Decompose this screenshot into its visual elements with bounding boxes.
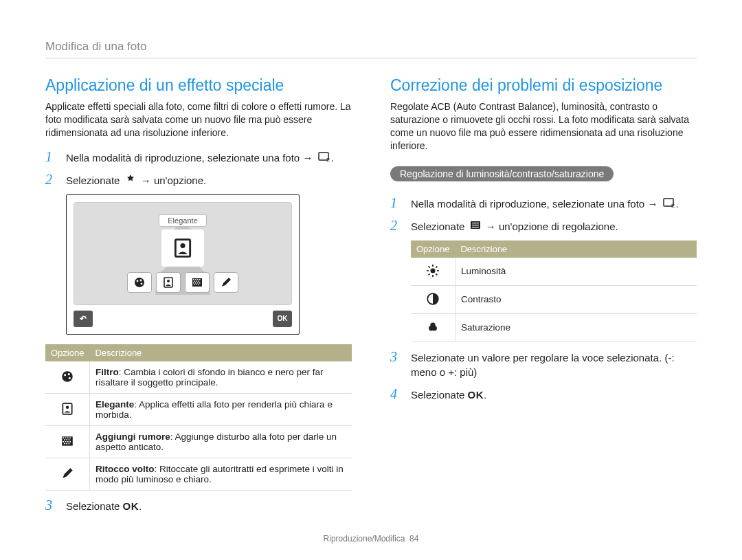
left-step1: Nella modalità di riproduzione, selezion… bbox=[66, 150, 352, 165]
noise-icon bbox=[60, 434, 75, 449]
camera-ui-mock: Elegante ↶ OK bbox=[66, 194, 300, 335]
footer-page: 84 bbox=[409, 534, 418, 544]
step-number: 3 bbox=[390, 349, 401, 365]
noise-icon bbox=[191, 276, 203, 289]
effect-palette-button[interactable] bbox=[127, 272, 152, 293]
ok-label: OK bbox=[123, 500, 139, 512]
step-number: 2 bbox=[45, 172, 56, 188]
table-row: Contrasto bbox=[411, 285, 697, 313]
brush-icon bbox=[60, 466, 75, 481]
col-option: Opzione bbox=[45, 344, 89, 361]
page-footer: Riproduzione/Modifica 84 bbox=[0, 534, 742, 544]
portrait-icon bbox=[162, 276, 175, 289]
right-column: Correzione dei problemi di esposizione R… bbox=[390, 76, 697, 520]
left-step3: Selezionate OK. bbox=[66, 499, 352, 513]
table-row: Ritocco volto: Ritoccate gli autoritratt… bbox=[45, 458, 352, 490]
row-title: Filtro bbox=[95, 367, 119, 377]
effect-preview bbox=[161, 229, 204, 267]
left-step3-text: Selezionate bbox=[66, 500, 123, 512]
step-number: 1 bbox=[45, 149, 56, 165]
effect-noise-button[interactable] bbox=[185, 272, 210, 293]
col-description: Descrizione bbox=[455, 240, 697, 258]
right-title: Correzione dei problemi di esposizione bbox=[390, 76, 697, 95]
left-column: Applicazione di un effetto speciale Appl… bbox=[45, 76, 352, 520]
palette-icon bbox=[133, 276, 146, 289]
row-label: Luminosità bbox=[455, 258, 697, 286]
right-step1-text: Nella modalità di riproduzione, selezion… bbox=[411, 198, 661, 210]
effect-portrait-button[interactable] bbox=[156, 272, 181, 293]
effect-brush-button[interactable] bbox=[214, 272, 238, 293]
left-title: Applicazione di un effetto speciale bbox=[45, 76, 352, 95]
col-option: Opzione bbox=[411, 240, 455, 258]
portrait-icon bbox=[60, 401, 75, 416]
left-step2-text-a: Selezionate bbox=[66, 175, 123, 186]
palette-icon bbox=[60, 369, 75, 384]
right-step2-text-b: → un'opzione di regolazione. bbox=[483, 221, 618, 232]
row-title: Elegante bbox=[95, 399, 134, 410]
row-label: Contrasto bbox=[455, 285, 697, 313]
left-step1-text: Nella modalità di riproduzione, selezion… bbox=[66, 152, 316, 164]
ok-button[interactable]: OK bbox=[273, 311, 292, 327]
left-step2: Selezionate → un'opzione. bbox=[66, 173, 352, 188]
right-intro: Regolate ACB (Auto Contrast Balance), lu… bbox=[390, 100, 697, 153]
step-number: 2 bbox=[390, 218, 401, 234]
col-description: Descrizione bbox=[89, 344, 352, 361]
adjust-table: Opzione Descrizione Luminosità Contrasto… bbox=[411, 240, 697, 342]
saturation-icon bbox=[425, 320, 440, 335]
row-title: Ritocco volto bbox=[95, 464, 155, 474]
right-step2-text-a: Selezionate bbox=[411, 221, 468, 232]
table-row: Aggiungi rumore: Aggiunge disturbo alla … bbox=[45, 425, 352, 458]
table-row: Elegante: Applica effetti alla foto per … bbox=[45, 393, 352, 425]
table-row: Luminosità bbox=[411, 258, 697, 286]
row-label: Saturazione bbox=[455, 313, 697, 341]
row-desc: : Cambia i colori di sfondo in bianco e … bbox=[95, 367, 324, 388]
right-step3: Selezionate un valore per regolare la vo… bbox=[411, 350, 697, 379]
contrast-icon bbox=[425, 291, 440, 306]
sliders-icon bbox=[469, 220, 482, 231]
step-number: 3 bbox=[45, 497, 56, 513]
page-header: Modifica di una foto bbox=[45, 40, 697, 58]
magic-star-icon bbox=[124, 174, 137, 185]
effects-table: Opzione Descrizione Filtro: Cambia i col… bbox=[45, 344, 352, 491]
table-row: Saturazione bbox=[411, 313, 697, 341]
table-row: Filtro: Cambia i colori di sfondo in bia… bbox=[45, 361, 352, 394]
back-button[interactable]: ↶ bbox=[74, 311, 93, 327]
right-step4-text: Selezionate bbox=[411, 389, 468, 401]
brush-icon bbox=[220, 276, 232, 289]
step-number: 1 bbox=[390, 195, 401, 211]
portrait-icon bbox=[172, 237, 194, 259]
edit-photo-icon bbox=[662, 197, 675, 208]
edit-photo-icon bbox=[317, 151, 330, 162]
right-step2: Selezionate → un'opzione di regolazione. bbox=[411, 219, 697, 234]
effect-label: Elegante bbox=[159, 214, 206, 227]
footer-section: Riproduzione/Modifica bbox=[324, 534, 405, 544]
ok-label: OK bbox=[468, 389, 484, 401]
step-number: 4 bbox=[390, 386, 401, 402]
left-step2-text-b: → un'opzione. bbox=[138, 175, 207, 186]
row-title: Aggiungi rumore bbox=[95, 432, 170, 442]
sun-icon bbox=[425, 263, 440, 278]
right-step1: Nella modalità di riproduzione, selezion… bbox=[411, 197, 697, 211]
right-step4: Selezionate OK. bbox=[411, 388, 697, 402]
left-intro: Applicate effetti speciali alla foto, co… bbox=[45, 100, 352, 139]
section-pill: Regolazione di luminosità/contrasto/satu… bbox=[390, 166, 614, 181]
